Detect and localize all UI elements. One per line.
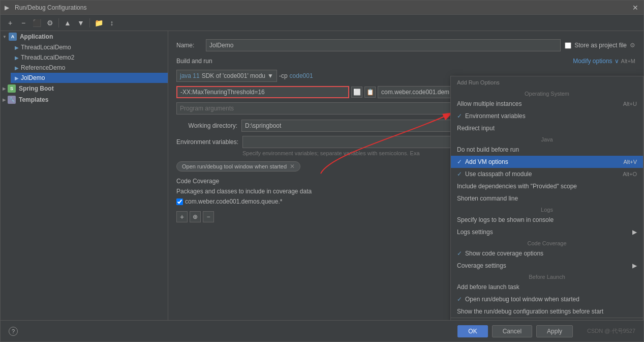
working-dir-label: Working directory: bbox=[176, 122, 237, 129]
dropdown-specify-logs[interactable]: Specify logs to be shown in console bbox=[451, 214, 643, 226]
sidebar-item-threadlocaldemo[interactable]: ▶ ThreadLocalDemo bbox=[11, 42, 168, 52]
arrow-right-icon-2: ▶ bbox=[632, 262, 637, 269]
check-icon-coverage: ✓ bbox=[457, 250, 462, 257]
sdk-java-label: java 11 bbox=[180, 72, 200, 79]
cp-shortcut: Alt+O bbox=[623, 171, 637, 177]
sidebar-group-templates[interactable]: ▶ 🔧 Templates bbox=[1, 94, 168, 105]
application-children: ▶ ThreadLocalDemo ▶ ThreadLocalDemo2 ▶ R… bbox=[1, 42, 168, 83]
footer-left: ? bbox=[9, 327, 453, 336]
sidebar-item-referencedemo[interactable]: ▶ ReferenceDemo bbox=[11, 63, 168, 73]
sidebar-label-referencedemo: ReferenceDemo bbox=[21, 64, 65, 71]
templates-icon: 🔧 bbox=[8, 96, 16, 104]
open-tool-window-tag: Open run/debug tool window when started … bbox=[176, 161, 300, 172]
apply-button[interactable]: Apply bbox=[536, 325, 573, 337]
remove-config-button[interactable]: − bbox=[18, 17, 29, 28]
dropdown-item-label-cp: Use classpath of module bbox=[465, 170, 532, 178]
modify-options-button[interactable]: Modify options ∨ Alt+M bbox=[573, 58, 635, 65]
ok-button[interactable]: OK bbox=[457, 325, 487, 337]
dropdown-item-label-nobuild: Do not build before run bbox=[457, 146, 519, 153]
remove-tag-button[interactable]: ✕ bbox=[290, 163, 295, 170]
store-project-label: Store as project file bbox=[574, 42, 627, 49]
dropdown-redirect-input[interactable]: Redirect input bbox=[451, 122, 643, 134]
run-icon-2: ▶ bbox=[15, 55, 19, 61]
dropdown-header: Add Run Options bbox=[451, 76, 643, 89]
run-icon: ▶ bbox=[15, 45, 19, 50]
arrow-right-icon: ▶ bbox=[632, 229, 637, 236]
allow-multiple-shortcut: Alt+U bbox=[623, 101, 637, 107]
sort-button[interactable]: ↕ bbox=[106, 17, 117, 28]
remove-coverage-button[interactable]: − bbox=[203, 211, 214, 222]
dropdown-env-variables[interactable]: ✓Environment variables bbox=[451, 110, 643, 122]
close-button[interactable]: ✕ bbox=[631, 4, 639, 12]
move-down-button[interactable]: ▼ bbox=[75, 17, 86, 28]
gear-icon[interactable]: ⚙ bbox=[630, 42, 635, 49]
watermark: CSDN @·代号9527 bbox=[587, 327, 635, 335]
name-input[interactable] bbox=[206, 39, 561, 51]
dropdown-do-not-build[interactable]: Do not build before run bbox=[451, 144, 643, 156]
coverage-item: com.weber.code001.demos.queue.* bbox=[176, 198, 282, 205]
config-panel: Name: Store as project file ⚙ Build and … bbox=[168, 31, 643, 320]
sidebar-group-springboot[interactable]: ▶ S Spring Boot bbox=[1, 83, 168, 94]
dropdown-item-label-deps: Include dependencies with "Provided" sco… bbox=[457, 183, 577, 190]
add-coverage-alt-button[interactable]: ⊕ bbox=[190, 211, 201, 222]
dropdown-allow-multiple[interactable]: Allow multiple instances Alt+U bbox=[451, 98, 643, 110]
templates-group-label: Templates bbox=[19, 96, 48, 103]
dropdown-logs-settings[interactable]: Logs settings ▶ bbox=[451, 226, 643, 238]
store-as-project-checkbox[interactable] bbox=[565, 42, 571, 49]
move-up-button[interactable]: ▲ bbox=[62, 17, 73, 28]
expand-vm-button[interactable]: ⬜ bbox=[351, 87, 362, 98]
add-coverage-button[interactable]: + bbox=[176, 211, 188, 222]
folder-button[interactable]: 📁 bbox=[93, 17, 104, 28]
dropdown-coverage-settings[interactable]: Coverage settings ▶ bbox=[451, 260, 643, 272]
sidebar-label-threadlocaldemo2: ThreadLocalDemo2 bbox=[21, 54, 74, 61]
dropdown-include-deps[interactable]: Include dependencies with "Provided" sco… bbox=[451, 180, 643, 192]
dropdown-item-label-before-launch: Add before launch task bbox=[457, 283, 519, 291]
sdk-select[interactable]: java 11 SDK of 'code001' modu ▼ bbox=[176, 70, 277, 82]
store-project-row: Store as project file ⚙ bbox=[565, 42, 635, 49]
help-button[interactable]: ? bbox=[9, 327, 18, 336]
run-icon-4: ▶ bbox=[15, 75, 19, 81]
vm-options-shortcut: Alt+V bbox=[623, 159, 637, 165]
dropdown-open-tool-window[interactable]: ✓Open run/debug tool window when started bbox=[451, 293, 643, 305]
copy-config-button[interactable]: ⬛ bbox=[31, 17, 42, 28]
modify-options-label: Modify options bbox=[573, 58, 612, 65]
sidebar-item-threadlocaldemo2[interactable]: ▶ ThreadLocalDemo2 bbox=[11, 52, 168, 63]
dropdown-add-vm-options[interactable]: ✓Add VM options Alt+V bbox=[451, 156, 643, 168]
dropdown-add-before-launch[interactable]: Add before launch task bbox=[451, 281, 643, 293]
springboot-group-label: Spring Boot bbox=[19, 85, 54, 92]
dropdown-tooltip: Specify VM options for running the appli… bbox=[451, 318, 643, 320]
build-run-label: Build and run bbox=[176, 58, 212, 65]
before-launch-section-label: Before Launch bbox=[451, 272, 643, 281]
dropdown-item-label-vm: Add VM options bbox=[465, 158, 508, 165]
dialog-title: Run/Debug Configurations bbox=[15, 4, 628, 11]
chevron-right-icon-2: ▶ bbox=[3, 98, 6, 102]
os-section-label: Operating System bbox=[451, 89, 643, 98]
dropdown-item-label-coverage: Show code coverage options bbox=[465, 250, 543, 257]
dropdown-item-label-logs-settings: Logs settings bbox=[457, 229, 493, 236]
sidebar-item-joldemo[interactable]: ▶ JolDemo bbox=[11, 73, 168, 83]
add-config-button[interactable]: + bbox=[5, 17, 16, 28]
name-row: Name: Store as project file ⚙ bbox=[176, 39, 635, 51]
coverage-section-label: Code Coverage bbox=[451, 238, 643, 247]
build-run-header: Build and run Modify options ∨ Alt+M bbox=[176, 58, 635, 65]
sdk-dropdown-icon: ▼ bbox=[267, 72, 273, 79]
dropdown-shorten-cmd[interactable]: Shorten command line bbox=[451, 192, 643, 205]
dropdown-item-label-redirect: Redirect input bbox=[457, 125, 495, 132]
dropdown-use-classpath[interactable]: ✓Use classpath of module Alt+O bbox=[451, 168, 643, 180]
sidebar-group-application[interactable]: ▼ A Application bbox=[1, 31, 168, 42]
coverage-checkbox[interactable] bbox=[176, 198, 183, 205]
dropdown-item-label-config: Show the run/debug configuration setting… bbox=[457, 308, 603, 315]
sidebar-label-threadlocaldemo: ThreadLocalDemo bbox=[21, 44, 71, 51]
chevron-down-icon: ∨ bbox=[615, 58, 619, 65]
springboot-icon: S bbox=[8, 84, 16, 93]
application-icon: A bbox=[9, 33, 17, 41]
browse-vm-button[interactable]: 📋 bbox=[364, 87, 376, 98]
dropdown-show-config[interactable]: Show the run/debug configuration setting… bbox=[451, 305, 643, 318]
run-debug-dialog: ▶ Run/Debug Configurations ✕ + − ⬛ ⚙ ▲ ▼… bbox=[0, 0, 644, 342]
settings-button[interactable]: ⚙ bbox=[44, 17, 55, 28]
vm-options-input[interactable] bbox=[176, 86, 349, 98]
toolbar: + − ⬛ ⚙ ▲ ▼ 📁 ↕ bbox=[1, 15, 643, 31]
dropdown-show-coverage[interactable]: ✓Show code coverage options bbox=[451, 247, 643, 260]
cancel-button[interactable]: Cancel bbox=[492, 325, 532, 337]
logs-section-label: Logs bbox=[451, 205, 643, 214]
